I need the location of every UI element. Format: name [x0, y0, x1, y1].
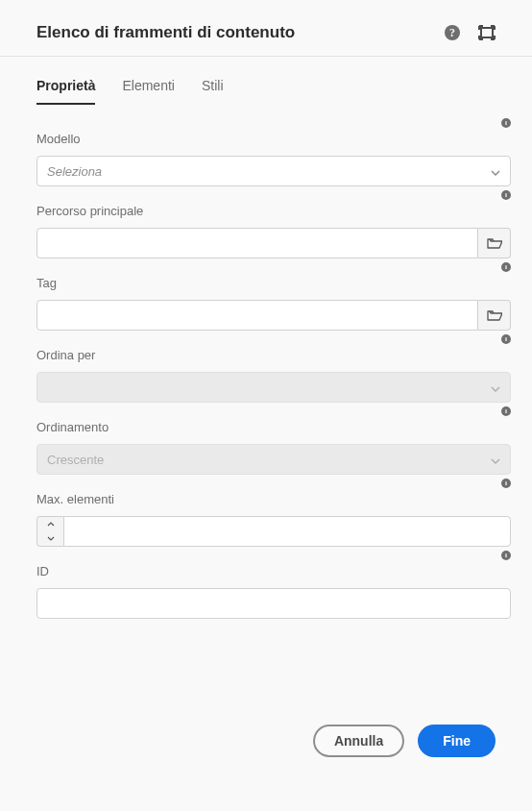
field-model: Modello Seleziona — [36, 132, 511, 186]
stepper-down[interactable] — [37, 531, 63, 546]
field-tag: Tag — [36, 276, 511, 331]
field-parent-path: Percorso principale — [36, 204, 511, 258]
fullscreen-icon[interactable] — [478, 24, 496, 41]
field-order-by: Ordina per — [36, 348, 511, 403]
input-tag[interactable] — [36, 300, 478, 331]
browse-button[interactable] — [478, 228, 511, 258]
label-sort-order: Ordinamento — [36, 420, 511, 434]
stepper-max-items — [36, 516, 511, 547]
info-icon[interactable] — [501, 551, 511, 560]
label-id: ID — [36, 564, 511, 578]
select-sort-order-value: Crescente — [47, 453, 104, 467]
info-icon[interactable] — [501, 118, 511, 128]
chevron-down-icon — [491, 453, 500, 467]
stepper-up[interactable] — [37, 517, 63, 531]
field-max-items: Max. elementi — [36, 492, 511, 547]
chevron-down-icon — [491, 381, 500, 395]
info-icon[interactable] — [501, 334, 511, 344]
label-tag: Tag — [36, 276, 511, 290]
dialog-panel: Elenco di frammenti di contenuto ? Propr… — [0, 0, 532, 811]
select-sort-order[interactable]: Crescente — [36, 444, 511, 475]
input-parent-path[interactable] — [36, 228, 478, 258]
info-icon[interactable] — [501, 406, 511, 416]
select-model-value: Seleziona — [47, 164, 102, 179]
dialog-title: Elenco di frammenti di contenuto — [36, 23, 295, 42]
header-actions: ? — [444, 24, 496, 41]
label-order-by: Ordina per — [36, 348, 511, 362]
input-group-parent-path — [36, 228, 511, 258]
svg-text:?: ? — [449, 26, 455, 39]
label-parent-path: Percorso principale — [36, 204, 511, 218]
dialog-header: Elenco di frammenti di contenuto ? — [0, 0, 532, 57]
input-id[interactable] — [36, 588, 511, 619]
dialog-footer: Annulla Fine — [0, 707, 532, 757]
tab-styles[interactable]: Stili — [202, 78, 224, 105]
info-icon[interactable] — [501, 479, 511, 488]
select-order-by[interactable] — [36, 372, 511, 403]
tab-properties[interactable]: Proprietà — [36, 78, 95, 105]
folder-open-icon — [487, 236, 502, 250]
svg-rect-2 — [481, 28, 493, 37]
input-group-tag — [36, 300, 511, 331]
select-model[interactable]: Seleziona — [36, 156, 511, 186]
content-scroll[interactable]: Proprietà Elementi Stili Modello Selezio… — [0, 57, 532, 707]
properties-form: Modello Seleziona Percorso principale — [36, 132, 511, 655]
done-button[interactable]: Fine — [418, 725, 496, 757]
chevron-down-icon — [491, 164, 500, 179]
input-max-items[interactable] — [63, 516, 511, 547]
info-icon[interactable] — [501, 262, 511, 272]
label-model: Modello — [36, 132, 511, 146]
tabs: Proprietà Elementi Stili — [36, 78, 511, 105]
stepper-buttons — [36, 516, 63, 547]
info-icon[interactable] — [501, 190, 511, 200]
field-id: ID — [36, 564, 511, 619]
cancel-button[interactable]: Annulla — [313, 725, 404, 757]
folder-open-icon — [487, 308, 502, 322]
help-icon[interactable]: ? — [444, 24, 461, 41]
field-sort-order: Ordinamento Crescente — [36, 420, 511, 475]
tab-elements[interactable]: Elementi — [122, 78, 174, 105]
label-max-items: Max. elementi — [36, 492, 511, 506]
browse-tag-button[interactable] — [478, 300, 511, 331]
